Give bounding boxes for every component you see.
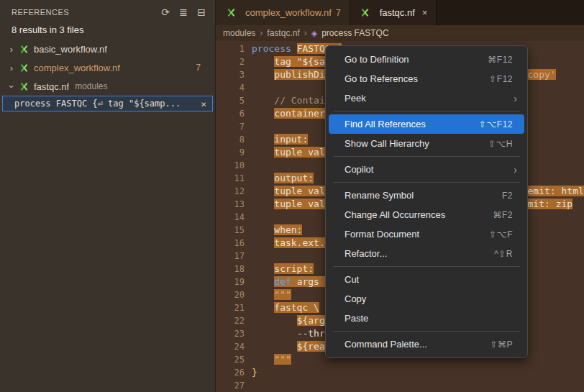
result-count-badge: 7 xyxy=(196,63,208,73)
line-number[interactable]: 12 xyxy=(216,185,252,198)
code-token xyxy=(252,95,274,106)
menu-item-refactor[interactable]: Refactor...^⇧R xyxy=(329,244,524,263)
file-description: modules xyxy=(75,81,107,91)
menu-item-label: Show Call Hierarchy xyxy=(345,138,488,149)
menu-item-command-palette[interactable]: Command Palette...⇧⌘P xyxy=(329,334,524,354)
line-number[interactable]: 1 xyxy=(216,42,252,55)
line-number[interactable]: 19 xyxy=(216,275,252,288)
tab-complex-workflow[interactable]: complex_workflow.nf 7 xyxy=(216,0,350,25)
line-number[interactable]: 17 xyxy=(216,250,252,263)
line-number[interactable]: 16 xyxy=(216,237,252,250)
menu-item-copy[interactable]: Copy xyxy=(329,289,524,309)
menu-item-go-to-references[interactable]: Go to References⇧F12 xyxy=(329,69,524,88)
line-number[interactable]: 15 xyxy=(216,224,252,237)
menu-item-shortcut: ⇧⌘P xyxy=(490,339,513,350)
menu-item-change-all-occurrences[interactable]: Change All Occurrences⌘F2 xyxy=(329,205,524,224)
chevron-icon[interactable]: › xyxy=(6,44,17,55)
code-token: } xyxy=(252,367,257,378)
code-token xyxy=(252,289,274,300)
line-text: fastqc \ xyxy=(252,301,319,314)
line-number[interactable]: 27 xyxy=(216,379,252,392)
tree-item-fastqc-nf[interactable]: ›fastqc.nfmodules xyxy=(0,77,215,96)
tab-result-count: 7 xyxy=(336,8,341,18)
menu-item-label: Go to Definition xyxy=(345,54,488,65)
chevron-icon[interactable]: › xyxy=(6,81,17,92)
line-number[interactable]: 25 xyxy=(216,353,252,366)
menu-item-show-call-hierarchy[interactable]: Show Call Hierarchy⇧⌥H xyxy=(329,134,524,153)
nextflow-icon xyxy=(17,62,30,73)
vscode-window: REFERENCES ⟳≣⊟ 8 results in 3 files ›bas… xyxy=(0,0,584,392)
reference-highlight: def xyxy=(274,276,296,287)
menu-item-cut[interactable]: Cut xyxy=(329,270,524,289)
breadcrumb-item-file[interactable]: fastqc.nf xyxy=(267,28,299,38)
nextflow-icon xyxy=(17,81,30,92)
line-number[interactable]: 10 xyxy=(216,159,252,172)
code-token xyxy=(252,237,274,248)
close-icon[interactable]: × xyxy=(195,99,208,109)
line-number[interactable]: 14 xyxy=(216,211,252,224)
line-text: input: xyxy=(252,133,308,146)
close-icon[interactable]: × xyxy=(422,7,428,18)
breadcrumb-item-symbol[interactable]: process FASTQC xyxy=(321,28,388,38)
line-number[interactable]: 11 xyxy=(216,172,252,185)
clear-results-icon[interactable]: ≣ xyxy=(175,4,191,20)
menu-item-shortcut: F2 xyxy=(502,191,513,201)
file-name: complex_workflow.nf xyxy=(34,63,120,73)
menu-separator xyxy=(333,266,520,267)
menu-item-label: Go to References xyxy=(345,73,489,84)
menu-item-label: Copy xyxy=(345,293,513,304)
collapse-all-icon[interactable]: ⊟ xyxy=(193,4,209,20)
menu-separator xyxy=(333,111,520,111)
menu-item-rename-symbol[interactable]: Rename SymbolF2 xyxy=(329,186,524,205)
menu-item-peek[interactable]: Peek› xyxy=(329,88,524,108)
tree-item-complex-workflow-nf[interactable]: ›complex_workflow.nf7 xyxy=(0,58,215,77)
menu-item-label: Rename Symbol xyxy=(345,190,502,201)
menu-item-label: Cut xyxy=(345,274,513,285)
line-number[interactable]: 13 xyxy=(216,198,252,211)
line-number[interactable]: 6 xyxy=(216,107,252,120)
tab-fastqc[interactable]: fastqc.nf × xyxy=(350,0,437,25)
reference-highlight: output: xyxy=(274,173,314,183)
line-number[interactable]: 5 xyxy=(216,94,252,107)
reference-highlight: input: xyxy=(274,134,308,145)
menu-item-paste[interactable]: Paste xyxy=(329,309,524,328)
code-line[interactable]: 26} xyxy=(216,366,584,379)
line-number[interactable]: 20 xyxy=(216,288,252,301)
menu-item-label: Copilot xyxy=(345,164,514,175)
menu-item-format-document[interactable]: Format Document⇧⌥F xyxy=(329,224,524,244)
line-number[interactable]: 23 xyxy=(216,327,252,340)
results-summary: 8 results in 3 files xyxy=(0,22,215,40)
line-number[interactable]: 21 xyxy=(216,301,252,314)
context-menu: Go to Definition⌘F12Go to References⇧F12… xyxy=(325,45,528,358)
panel-title: REFERENCES xyxy=(12,8,155,17)
menu-item-shortcut: ⇧⌥F xyxy=(489,229,513,240)
tab-label: fastqc.nf xyxy=(380,7,415,18)
line-text: """ xyxy=(252,288,291,301)
reference-highlight: """ xyxy=(274,289,291,300)
refresh-icon[interactable]: ⟳ xyxy=(158,4,173,20)
tree-item-basic-workflow-nf[interactable]: ›basic_workflow.nf xyxy=(0,40,215,58)
line-number[interactable]: 4 xyxy=(216,81,252,94)
menu-item-find-all-references[interactable]: Find All References⇧⌥F12 xyxy=(329,114,524,134)
reference-result[interactable]: process FASTQC {⏎ tag "${samp...× xyxy=(2,96,213,111)
line-number[interactable]: 3 xyxy=(216,68,252,81)
line-number[interactable]: 26 xyxy=(216,366,252,379)
reference-highlight: fastqc \ xyxy=(274,302,319,313)
menu-item-go-to-definition[interactable]: Go to Definition⌘F12 xyxy=(329,50,524,69)
line-number[interactable]: 8 xyxy=(216,133,252,146)
result-snippet: process FASTQC {⏎ tag "${samp... xyxy=(14,99,195,109)
line-number[interactable]: 18 xyxy=(216,263,252,275)
breadcrumb-item-modules[interactable]: modules xyxy=(223,28,255,38)
references-panel: REFERENCES ⟳≣⊟ 8 results in 3 files ›bas… xyxy=(0,0,216,392)
line-number[interactable]: 24 xyxy=(216,340,252,353)
menu-item-copilot[interactable]: Copilot› xyxy=(329,160,524,179)
line-number[interactable]: 22 xyxy=(216,314,252,327)
code-line[interactable]: 27 xyxy=(216,379,584,392)
chevron-icon[interactable]: › xyxy=(6,63,17,73)
line-number[interactable]: 9 xyxy=(216,146,252,159)
line-number[interactable]: 2 xyxy=(216,55,252,68)
menu-item-shortcut: ⇧F12 xyxy=(489,74,513,84)
code-token: process xyxy=(252,43,297,54)
line-number[interactable]: 7 xyxy=(216,120,252,133)
menu-item-shortcut: ⇧⌥F12 xyxy=(479,119,513,129)
